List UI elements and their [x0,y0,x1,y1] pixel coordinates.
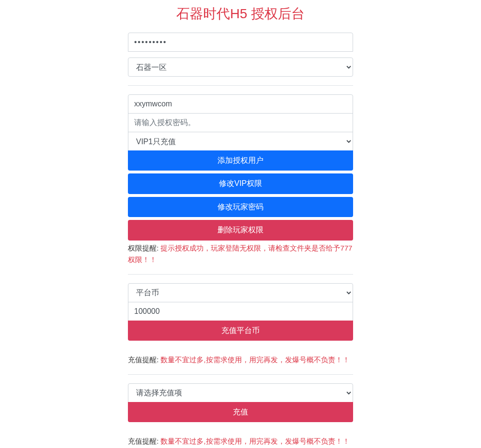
notice-message: 数量不宜过多,按需求使用，用完再发，发爆号概不负责！！ [160,437,349,445]
server-login-section: 石器一区 [128,33,353,77]
password-input[interactable] [128,33,353,52]
notice-message: 数量不宜过多,按需求使用，用完再发，发爆号概不负责！！ [160,356,349,364]
add-auth-user-button[interactable]: 添加授权用户 [128,150,353,171]
currency-select[interactable]: 平台币 [128,283,353,302]
recharge-button[interactable]: 充值 [128,402,353,422]
vip-level-select[interactable]: VIP1只充值 [128,132,353,151]
recharge-notice-2: 充值提醒: 数量不宜过多,按需求使用，用完再发，发爆号概不负责！！ [128,436,353,447]
recharge-currency-button[interactable]: 充值平台币 [128,321,353,341]
notice-label: 权限提醒: [128,244,160,252]
recharge-notice: 充值提醒: 数量不宜过多,按需求使用，用完再发，发爆号概不负责！！ [128,354,353,366]
notice-label: 充值提醒: [128,356,160,364]
recharge-item-select[interactable]: 请选择充值项 [128,383,353,402]
amount-input[interactable] [128,302,353,321]
notice-message: 提示授权成功，玩家登陆无权限，请检查文件夹是否给予777权限！！ [128,244,352,264]
page-title: 石器时代H5 授权后台 [128,5,353,23]
username-input[interactable] [128,94,353,114]
modify-vip-button[interactable]: 修改VIP权限 [128,173,353,194]
divider [128,374,353,375]
permission-notice: 权限提醒: 提示授权成功，玩家登陆无权限，请检查文件夹是否给予777权限！！ [128,242,353,265]
item-recharge-section: 请选择充值项 充值 充值提醒: 数量不宜过多,按需求使用，用完再发，发爆号概不负… [128,383,353,447]
auth-user-section: VIP1只充值 添加授权用户 修改VIP权限 修改玩家密码 删除玩家权限 权限提… [128,94,353,265]
divider [128,85,353,86]
modify-password-button[interactable]: 修改玩家密码 [128,197,353,217]
delete-permission-button[interactable]: 删除玩家权限 [128,220,353,240]
server-select[interactable]: 石器一区 [128,57,353,77]
notice-label: 充值提醒: [128,437,160,445]
divider [128,274,353,275]
auth-password-input[interactable] [128,113,353,132]
currency-recharge-section: 平台币 充值平台币 充值提醒: 数量不宜过多,按需求使用，用完再发，发爆号概不负… [128,283,353,366]
